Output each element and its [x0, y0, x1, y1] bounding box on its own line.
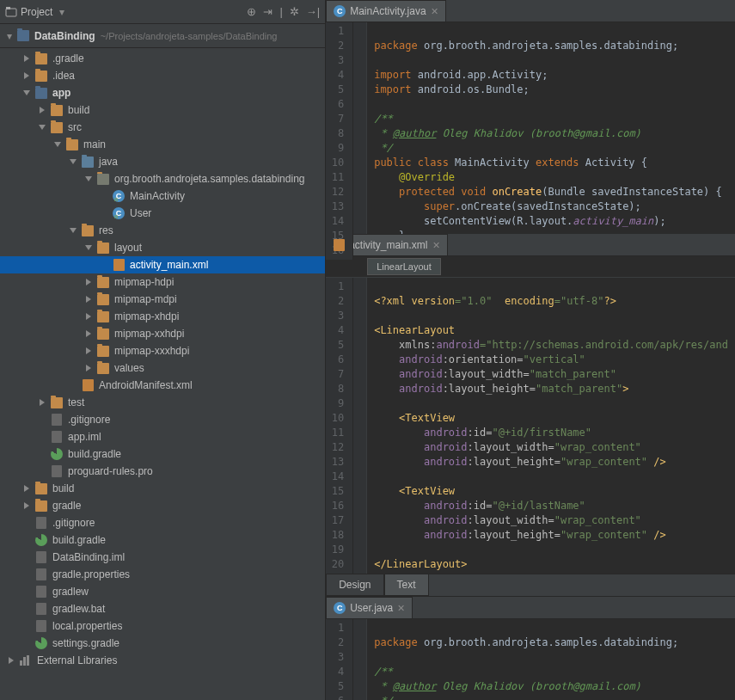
- tree-arrow-icon[interactable]: [7, 656, 15, 665]
- tree-arrow-icon[interactable]: [38, 123, 46, 132]
- tree-arrow-icon[interactable]: [22, 553, 31, 562]
- tree-arrow-icon[interactable]: [38, 398, 46, 407]
- tree-arrow-icon[interactable]: [84, 295, 93, 304]
- tree-arrow-icon[interactable]: [100, 192, 108, 200]
- tree-row[interactable]: External Libraries: [0, 652, 325, 669]
- close-icon[interactable]: ✕: [397, 603, 405, 614]
- tree-arrow-icon[interactable]: [22, 501, 31, 510]
- svg-rect-1: [6, 7, 10, 9]
- tree-row[interactable]: java: [0, 153, 325, 170]
- xml-breadcrumb[interactable]: LinearLayout: [367, 258, 441, 275]
- tree-row[interactable]: settings.gradle: [0, 635, 325, 652]
- tree-row[interactable]: build: [0, 480, 325, 497]
- hide-icon[interactable]: →|: [306, 5, 320, 18]
- close-icon[interactable]: ✕: [432, 240, 440, 251]
- code-lines[interactable]: package org.brooth.androjeta.samples.dat…: [367, 22, 729, 260]
- target-icon[interactable]: ⊕: [247, 5, 256, 18]
- code-text: :id=: [468, 427, 493, 439]
- tree-arrow-icon[interactable]: [22, 622, 31, 630]
- tree-row[interactable]: DataBinding.iml: [0, 549, 325, 566]
- tree-arrow-icon[interactable]: [38, 433, 46, 441]
- tree-arrow-icon[interactable]: [38, 450, 46, 458]
- tree-arrow-icon[interactable]: [69, 381, 77, 390]
- tree-row[interactable]: gradle: [0, 497, 325, 514]
- code-area[interactable]: 123456789 package org.brooth.androjeta.s…: [326, 619, 735, 700]
- tree-row[interactable]: mipmap-xhdpi: [0, 308, 325, 325]
- tree-row[interactable]: layout: [0, 239, 325, 256]
- tree-row[interactable]: proguard-rules.pro: [0, 463, 325, 480]
- tree-row[interactable]: mipmap-mdpi: [0, 291, 325, 308]
- tree-arrow-icon[interactable]: [38, 415, 46, 424]
- tree-row[interactable]: app: [0, 84, 325, 101]
- tree-arrow-icon[interactable]: [22, 587, 31, 596]
- tree-row[interactable]: mipmap-xxhdpi: [0, 325, 325, 342]
- tree-item-icon: [34, 568, 48, 581]
- tree-row[interactable]: CaUser: [0, 205, 325, 222]
- tree-row[interactable]: .gitignore: [0, 514, 325, 531]
- tree-row[interactable]: activity_main.xml: [0, 256, 325, 273]
- design-tab[interactable]: Design: [326, 574, 383, 596]
- tree-arrow-icon[interactable]: [22, 639, 31, 648]
- tree-row[interactable]: gradle.properties: [0, 566, 325, 583]
- tree-row[interactable]: AndroidManifest.xml: [0, 377, 325, 394]
- code-lines[interactable]: <?xml version="1.0" encoding="utf-8"?> <…: [367, 278, 735, 574]
- tree-row[interactable]: build.gradle: [0, 445, 325, 463]
- code-text: org.brooth.androjeta.samples.databinding…: [424, 40, 678, 52]
- tree-arrow-icon[interactable]: [84, 312, 93, 321]
- code-lines[interactable]: package org.brooth.androjeta.samples.dat…: [367, 619, 685, 700]
- tree-row[interactable]: build: [0, 101, 325, 119]
- tree-arrow-icon[interactable]: [100, 261, 108, 269]
- tree-row[interactable]: .gradle: [0, 50, 325, 67]
- tree-arrow-icon[interactable]: [84, 364, 93, 372]
- tree-arrow-icon[interactable]: [84, 278, 93, 286]
- tree-arrow-icon[interactable]: [22, 536, 31, 544]
- close-icon[interactable]: ✕: [431, 6, 438, 17]
- tree-arrow-icon[interactable]: [38, 106, 46, 114]
- code-area[interactable]: 1234567891011121314151617181920 <?xml ve…: [326, 278, 735, 574]
- tree-arrow-icon[interactable]: [38, 467, 46, 476]
- tree-row[interactable]: app.iml: [0, 428, 325, 445]
- expand-arrow-icon[interactable]: ▾: [7, 30, 12, 42]
- tree-arrow-icon[interactable]: [53, 140, 62, 149]
- tree-row[interactable]: src: [0, 119, 325, 136]
- tree-row[interactable]: .idea: [0, 67, 325, 84]
- tree-row[interactable]: org.brooth.androjeta.samples.databinding: [0, 170, 325, 187]
- tree-row[interactable]: test: [0, 394, 325, 411]
- text-tab[interactable]: Text: [384, 574, 429, 596]
- tree-arrow-icon[interactable]: [84, 347, 93, 355]
- tree-row[interactable]: values: [0, 359, 325, 377]
- tree-arrow-icon[interactable]: [84, 329, 93, 338]
- tree-arrow-icon[interactable]: [100, 209, 108, 218]
- tree-item-label: local.properties: [52, 620, 122, 632]
- tree-row[interactable]: res: [0, 222, 325, 239]
- tree-arrow-icon[interactable]: [22, 484, 31, 493]
- tab-main-activity[interactable]: C MainActivity.java ✕: [326, 0, 445, 21]
- tree-arrow-icon[interactable]: [22, 519, 31, 527]
- tree-row[interactable]: gradlew: [0, 583, 325, 600]
- tree-row[interactable]: gradlew.bat: [0, 600, 325, 617]
- tree-arrow-icon[interactable]: [22, 605, 31, 613]
- tree-arrow-icon[interactable]: [69, 157, 77, 166]
- tree-row[interactable]: main: [0, 136, 325, 153]
- tree-row[interactable]: .gitignore: [0, 411, 325, 428]
- tree-arrow-icon[interactable]: [69, 226, 77, 235]
- tree-arrow-icon[interactable]: [22, 570, 31, 579]
- tree-row[interactable]: local.properties: [0, 617, 325, 635]
- tree-arrow-icon[interactable]: [22, 89, 31, 97]
- collapse-icon[interactable]: ⇥: [263, 5, 273, 18]
- project-tree[interactable]: .gradle.ideaappbuildsrcmainjavaorg.broot…: [0, 48, 325, 700]
- tree-arrow-icon[interactable]: [84, 243, 93, 252]
- tree-row[interactable]: CaMainActivity: [0, 187, 325, 205]
- tree-arrow-icon[interactable]: [22, 54, 31, 63]
- tree-row[interactable]: mipmap-hdpi: [0, 273, 325, 291]
- tree-item-label: gradlew.bat: [52, 603, 105, 615]
- code-text: <LinearLayout: [374, 324, 455, 336]
- tree-arrow-icon[interactable]: [84, 175, 93, 183]
- code-area[interactable]: 12345678910111213141516 package org.broo…: [326, 22, 735, 260]
- gear-icon[interactable]: ✲: [290, 5, 299, 18]
- dropdown-arrow-icon[interactable]: ▾: [59, 6, 64, 18]
- tab-user-java[interactable]: C User.java ✕: [326, 597, 413, 618]
- tree-arrow-icon[interactable]: [22, 71, 31, 80]
- tree-row[interactable]: mipmap-xxxhdpi: [0, 342, 325, 359]
- tree-row[interactable]: build.gradle: [0, 531, 325, 549]
